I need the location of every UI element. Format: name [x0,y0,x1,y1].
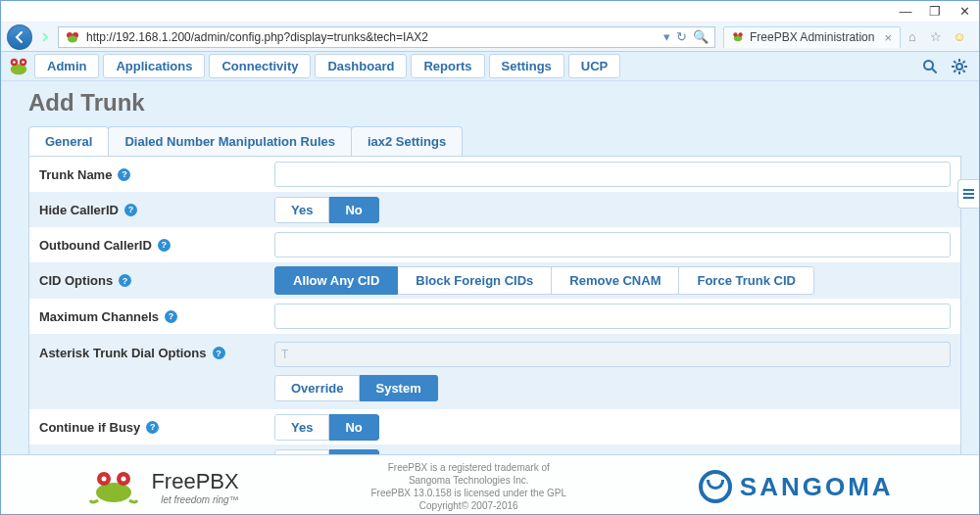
browser-address-bar: ▾ ↻ 🔍 FreePBX Administration × ⌂ ☆ ☺ [1,23,979,52]
svg-line-20 [954,70,956,71]
url-input[interactable] [84,27,660,47]
dropdown-icon[interactable]: ▾ [663,29,670,44]
svg-point-2 [68,35,77,42]
menu-dashboard[interactable]: Dashboard [315,54,407,78]
hide-cid-yes[interactable]: Yes [274,197,329,223]
menu-reports[interactable]: Reports [411,54,484,78]
max-channels-label: Maximum Channels [39,309,159,324]
smile-icon[interactable]: ☺ [952,29,967,44]
row-dial-options: Asterisk Trunk Dial Options? Override Sy… [29,334,960,409]
trunk-name-input[interactable] [274,162,951,187]
row-hide-cid: Hide CallerID? Yes No [29,192,960,227]
menu-applications[interactable]: Applications [103,54,205,78]
cid-options-label: CID Options [39,273,113,288]
freepbx-tagline: let freedom ring™ [151,494,238,505]
outbound-cid-input[interactable] [274,232,951,258]
toolbar-search-icon[interactable] [922,59,938,74]
help-icon[interactable]: ? [213,347,225,359]
site-favicon-icon [65,29,80,45]
menu-settings[interactable]: Settings [489,54,564,78]
help-icon[interactable]: ? [165,310,177,323]
window-minimize-button[interactable]: — [891,1,920,23]
continue-busy-yes[interactable]: Yes [274,414,329,441]
cid-allow-any[interactable]: Allow Any CID [274,266,398,295]
window-maximize-button[interactable]: ❐ [920,1,950,23]
row-outbound-cid: Outbound CallerID? [29,227,960,262]
page-title: Add Trunk [28,89,961,117]
svg-point-6 [11,64,27,74]
trunk-name-label: Trunk Name [39,167,112,182]
svg-line-19 [963,70,965,71]
app-menubar: Admin Applications Connectivity Dashboar… [1,52,979,81]
forward-button[interactable] [36,28,54,46]
dial-options-input [274,342,951,367]
tab-favicon-icon [732,31,744,43]
footer-legal: FreePBX is a registered trademark of San… [370,461,566,512]
home-icon[interactable]: ⌂ [905,29,920,44]
row-trunk-name: Trunk Name? [29,157,960,192]
continue-busy-label: Continue if Busy [39,420,140,435]
browser-tab-strip: FreePBX Administration × [723,25,901,49]
form-tabs: General Dialed Number Manipulation Rules… [28,126,961,157]
row-disable-trunk: Disable Trunk? Yes No [29,445,960,454]
help-icon[interactable]: ? [119,274,131,287]
help-icon[interactable]: ? [124,204,137,216]
menu-connectivity[interactable]: Connectivity [209,54,311,78]
row-continue-busy: Continue if Busy? Yes No [29,409,960,445]
cid-block-foreign[interactable]: Block Foreign CIDs [398,266,552,295]
url-field-wrap: ▾ ↻ 🔍 [58,26,715,48]
svg-line-12 [932,69,936,72]
toolbar-gear-icon[interactable] [952,59,967,74]
back-button[interactable] [7,24,32,50]
svg-point-26 [962,193,965,196]
cid-remove-cnam[interactable]: Remove CNAM [552,266,679,295]
menu-ucp[interactable]: UCP [568,54,620,78]
help-icon[interactable]: ? [158,239,171,252]
window-titlebar: — ❐ ✕ [1,1,979,23]
browser-tab[interactable]: FreePBX Administration × [723,26,901,48]
search-icon[interactable]: 🔍 [693,29,709,44]
sangoma-word: SANGOMA [740,472,894,502]
outbound-cid-label: Outbound CallerID [39,238,152,253]
cid-force-trunk[interactable]: Force Trunk CID [679,266,813,295]
svg-point-32 [122,477,126,482]
tab-general[interactable]: General [28,126,109,156]
svg-point-5 [738,32,742,36]
svg-point-13 [956,64,962,70]
app-logo-icon [7,55,30,78]
right-side-tab[interactable] [957,179,979,209]
hide-cid-label: Hide CallerID [39,203,119,217]
svg-point-27 [962,197,965,200]
svg-line-21 [963,61,965,63]
window-close-button[interactable]: ✕ [950,1,979,23]
app-root: Admin Applications Connectivity Dashboar… [1,52,979,514]
svg-point-25 [962,189,965,192]
dial-override[interactable]: Override [274,375,360,401]
sangoma-mark-icon [699,470,732,503]
refresh-icon[interactable]: ↻ [676,29,687,44]
help-icon[interactable]: ? [146,421,159,434]
menu-admin[interactable]: Admin [34,54,99,78]
freepbx-name: FreePBX [151,469,238,493]
svg-line-18 [954,61,956,63]
max-channels-input[interactable] [274,304,951,329]
svg-point-9 [13,61,16,64]
star-icon[interactable]: ☆ [928,29,944,44]
sangoma-logo: SANGOMA [699,470,894,503]
continue-busy-no[interactable]: No [329,414,378,441]
help-icon[interactable]: ? [118,168,130,181]
tab-iax2[interactable]: iax2 Settings [351,126,463,156]
tab-dnmr[interactable]: Dialed Number Manipulation Rules [108,126,352,156]
svg-point-31 [102,477,107,482]
dial-system[interactable]: System [360,375,437,401]
row-cid-options: CID Options? Allow Any CID Block Foreign… [29,262,960,299]
dial-options-label: Asterisk Trunk Dial Options [39,346,207,360]
hide-cid-no[interactable]: No [329,197,378,223]
tab-title: FreePBX Administration [750,30,874,44]
freepbx-logo: FreePBX let freedom ring™ [86,467,238,506]
tab-close-icon[interactable]: × [884,30,892,45]
svg-point-28 [96,483,131,502]
form-panel: Trunk Name? Hide CallerID? Yes No Outbou… [28,157,961,454]
svg-point-4 [733,32,737,36]
browser-right-icons: ⌂ ☆ ☺ [905,29,973,44]
